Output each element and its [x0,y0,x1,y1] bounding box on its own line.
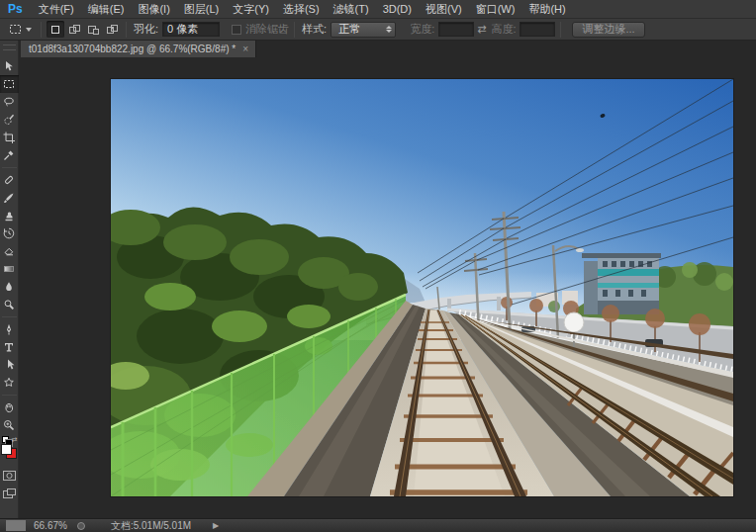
tool-hand[interactable] [0,399,19,416]
quick-select-icon [2,113,16,127]
crop-icon [2,131,16,144]
dodge-icon [2,298,16,311]
width-input[interactable] [438,22,474,37]
tool-lasso[interactable] [0,93,19,111]
blur-icon [2,280,16,294]
lasso-icon [2,95,16,109]
document-size-info: 文档:5.01M/5.01M [111,519,191,532]
tool-preset-picker[interactable] [0,22,36,37]
menu-item-help[interactable]: 帮助(H) [521,2,572,17]
style-value: 正常 [338,22,360,37]
menu-item-image[interactable]: 图像(I) [131,2,176,17]
height-label: 高度: [491,22,516,37]
panel-collapse-handle[interactable] [3,44,16,50]
tool-path-select[interactable] [0,356,19,374]
menu-item-file[interactable]: 文件(F) [32,2,81,17]
add-to-selection-button[interactable] [65,21,83,38]
separator [560,22,561,38]
height-input[interactable] [520,22,555,37]
feather-input[interactable] [162,22,220,37]
tool-type[interactable] [0,338,19,356]
healing-brush-icon [2,173,16,187]
document-tab[interactable]: t01d8f3a130704bb822.jpg @ 66.7%(RGB/8#) … [21,41,256,57]
menu-item-type[interactable]: 文字(Y) [226,2,276,17]
photo-railway-scene [111,79,733,496]
canvas-image[interactable] [111,79,733,496]
menu-item-edit[interactable]: 编辑(E) [81,2,132,17]
menu-item-layer[interactable]: 图层(L) [177,2,226,17]
zoom-icon [2,418,16,432]
width-label: 宽度: [410,22,434,37]
menu-item-select[interactable]: 选择(S) [276,2,327,17]
menu-list: 文件(F)编辑(E)图像(I)图层(L)文字(Y)选择(S)滤镜(T)3D(D)… [32,0,573,18]
separator [41,22,42,38]
intersect-selection-button[interactable] [103,21,121,38]
subtract-from-selection-button[interactable] [84,21,102,38]
path-select-icon [2,358,16,372]
tool-marquee[interactable] [0,75,19,93]
menu-item-window[interactable]: 窗口(W) [469,2,522,17]
refine-edge-button[interactable]: 调整边缘... [572,22,644,38]
eyedropper-icon [2,148,16,162]
zoom-level-field[interactable]: 66.67% [34,520,67,531]
menu-item-3d[interactable]: 3D(D) [376,3,419,15]
tool-custom-shape[interactable] [0,374,19,392]
tool-options-bar: 羽化: 消除锯齿 样式: 正常 宽度: ⇄ 高度: 调整边缘... [0,19,756,41]
close-icon[interactable]: × [242,44,248,54]
swap-dimensions-icon[interactable]: ⇄ [477,23,486,36]
marquee-icon [2,77,16,91]
antialias-checkbox[interactable] [232,25,241,35]
document-tab-title: t01d8f3a130704bb822.jpg @ 66.7%(RGB/8#) … [29,44,236,54]
style-label: 样式: [302,22,327,37]
tool-eyedropper[interactable] [0,146,19,164]
eraser-icon [2,244,16,258]
resize-grip[interactable] [6,520,26,531]
marquee-preset-icon [8,22,23,37]
clone-stamp-icon [2,209,16,222]
tool-divider [2,395,17,396]
hand-icon [2,400,16,414]
pen-icon [2,322,16,336]
tool-healing-brush[interactable] [0,171,19,189]
tool-panel: ⇄ [0,41,19,518]
document-tab-bar: t01d8f3a130704bb822.jpg @ 66.7%(RGB/8#) … [19,41,756,57]
tool-blur[interactable] [0,278,19,296]
tool-brush[interactable] [0,189,19,207]
canvas-area[interactable] [19,57,756,518]
style-dropdown[interactable]: 正常 [331,22,396,38]
color-control: ⇄ [0,436,19,462]
menu-item-filter[interactable]: 滤镜(T) [327,2,376,17]
swap-colors-icon[interactable]: ⇄ [12,436,18,444]
tool-gradient[interactable] [0,260,19,278]
move-icon [2,59,16,73]
tool-list [0,57,19,434]
default-colors-icon[interactable] [2,436,9,443]
antialias-label: 消除锯齿 [245,22,289,37]
tool-dodge[interactable] [0,296,19,313]
tool-zoom[interactable] [0,416,19,434]
chevron-down-icon [26,28,32,32]
tool-clone-stamp[interactable] [0,207,19,224]
history-brush-icon [2,226,16,240]
type-icon [2,340,16,354]
status-menu-arrow-icon[interactable]: ▶ [213,521,219,530]
tool-eraser[interactable] [0,242,19,260]
tool-divider [2,167,17,168]
menu-item-view[interactable]: 视图(V) [419,2,469,17]
intersect-selection-icon [106,24,119,36]
tool-move[interactable] [0,57,19,75]
quick-mask-button[interactable] [2,470,17,482]
new-selection-button[interactable] [47,21,64,38]
status-bar: 66.67% 文档:5.01M/5.01M ▶ [0,518,756,532]
tool-pen[interactable] [0,320,19,338]
gradient-icon [2,262,16,276]
brush-icon [2,191,16,205]
photoshop-logo: Ps [0,2,32,16]
tool-history-brush[interactable] [0,224,19,242]
tool-crop[interactable] [0,129,19,146]
screen-mode-button[interactable] [2,488,17,499]
subtract-selection-icon [87,24,100,36]
photo-building [582,253,661,314]
foreground-color-swatch[interactable] [1,444,12,455]
tool-quick-select[interactable] [0,111,19,129]
